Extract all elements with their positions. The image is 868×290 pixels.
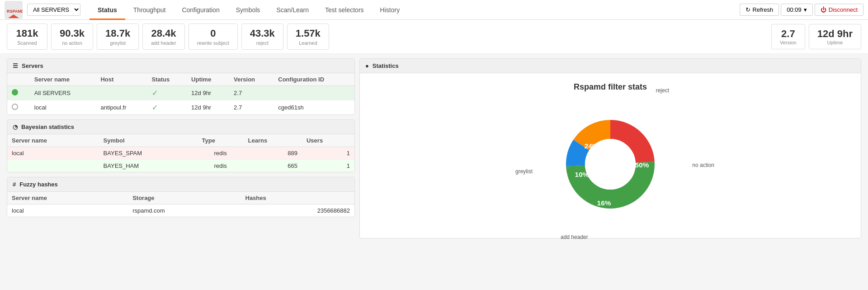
- stat-greylist: 18.7k greylist: [97, 24, 139, 50]
- svg-text:24%: 24%: [585, 142, 599, 150]
- servers-panel: ☰ Servers Server name Host Status Uptime…: [7, 58, 355, 115]
- col-learns: Learns: [244, 134, 302, 147]
- stat-no-action: 90.3k no action: [51, 24, 93, 50]
- col-uptime: Uptime: [187, 73, 229, 86]
- stat-rewrite-subject: 0 rewrite subject: [189, 24, 238, 50]
- chevron-down-icon: ▾: [804, 6, 807, 13]
- list-icon: ☰: [13, 62, 18, 69]
- no-action-label: no action: [692, 162, 714, 168]
- col-status: Status: [147, 73, 187, 86]
- table-row: local rspamd.com 2356686882: [7, 204, 354, 217]
- hash-icon: #: [13, 181, 16, 188]
- stat-add-header: 28.4k add header: [142, 24, 185, 50]
- status-ok-icon: ✓: [152, 104, 158, 111]
- version-card: 2.7 Version: [771, 24, 805, 49]
- tab-configuration[interactable]: Configuration: [174, 0, 227, 20]
- col-type: Type: [198, 134, 244, 147]
- svg-text:50%: 50%: [635, 161, 649, 169]
- col-storage: Storage: [128, 192, 241, 204]
- col-hashes: Hashes: [241, 192, 355, 204]
- version-uptime: 2.7 Version 12d 9hr Uptime: [771, 24, 861, 49]
- table-row[interactable]: local antipoul.fr ✓ 12d 9hr 2.7 cged61sh: [7, 100, 354, 115]
- fuzzy-table: Server name Storage Hashes local rspamd.…: [7, 192, 354, 217]
- radio-all-servers[interactable]: [12, 89, 18, 95]
- reject-label: reject: [656, 87, 669, 94]
- col-server-name: Server name: [30, 73, 96, 86]
- left-panel: ☰ Servers Server name Host Status Uptime…: [7, 58, 355, 238]
- logo: RSPAMD: [5, 1, 23, 19]
- uptime-card: 12d 9hr Uptime: [809, 24, 861, 49]
- table-row: local BAYES_SPAM redis 889 1: [7, 147, 354, 160]
- table-row: BAYES_HAM redis 665 1: [7, 160, 354, 172]
- stats-bar: 181k Scanned 90.3k no action 18.7k greyl…: [0, 20, 868, 54]
- pie-wrapper: reject no action greylist add header: [547, 101, 674, 229]
- refresh-button[interactable]: ↻ Refresh: [740, 4, 779, 16]
- servers-panel-header: ☰ Servers: [7, 59, 354, 73]
- col-config-id: Configuration ID: [274, 73, 354, 86]
- timer-display[interactable]: 00:09 ▾: [781, 4, 813, 16]
- server-select[interactable]: All SERVERS local: [27, 4, 80, 16]
- tab-scan-learn[interactable]: Scan/Learn: [268, 0, 317, 20]
- svg-text:RSPAMD: RSPAMD: [7, 9, 23, 14]
- svg-text:10%: 10%: [575, 171, 589, 178]
- radio-local[interactable]: [12, 104, 18, 110]
- add-header-label: add header: [561, 234, 588, 240]
- tab-throughput[interactable]: Throughput: [125, 0, 174, 20]
- statistics-panel-header: ● Statistics: [360, 59, 861, 73]
- tab-symbols[interactable]: Symbols: [228, 0, 269, 20]
- col-server-name: Server name: [7, 192, 128, 204]
- bayesian-panel: ◔ Bayesian statistics Server name Symbol…: [7, 119, 355, 172]
- table-row[interactable]: All SERVERS ✓ 12d 9hr 2.7: [7, 86, 354, 100]
- status-ok-icon: ✓: [152, 89, 158, 97]
- stat-reject: 43.3k reject: [241, 24, 283, 50]
- chart-container: Rspamd filter stats reject no action gre…: [360, 73, 861, 238]
- bayesian-panel-header: ◔ Bayesian statistics: [7, 120, 354, 134]
- tab-status[interactable]: Status: [90, 0, 125, 20]
- tab-test-selectors[interactable]: Test selectors: [317, 0, 372, 20]
- col-header: [7, 73, 30, 86]
- right-panel: ● Statistics Rspamd filter stats reject …: [359, 58, 861, 238]
- svg-text:16%: 16%: [597, 199, 611, 207]
- col-users: Users: [302, 134, 354, 147]
- top-nav: RSPAMD All SERVERS local Status Throughp…: [0, 0, 868, 20]
- greylist-label: greylist: [515, 168, 533, 175]
- nav-right: ↻ Refresh 00:09 ▾ ⏻ Disconnect: [740, 4, 863, 16]
- col-host: Host: [96, 73, 147, 86]
- statistics-panel: ● Statistics Rspamd filter stats reject …: [359, 58, 861, 238]
- col-symbol: Symbol: [99, 134, 198, 147]
- chart-title: Rspamd filter stats: [574, 82, 647, 92]
- disconnect-button[interactable]: ⏻ Disconnect: [815, 4, 863, 16]
- col-version: Version: [229, 73, 274, 86]
- pie-chart-area: reject no action greylist add header: [547, 101, 674, 229]
- col-server-name: Server name: [7, 134, 99, 147]
- servers-table: Server name Host Status Uptime Version C…: [7, 73, 354, 114]
- globe-icon: ●: [365, 62, 369, 69]
- stat-scanned: 181k Scanned: [7, 24, 47, 50]
- stat-learned: 1.57k Learned: [287, 24, 329, 50]
- tab-history[interactable]: History: [372, 0, 408, 20]
- pie-chart: 24% 50% 10% 16%: [547, 101, 674, 228]
- bayesian-icon: ◔: [13, 124, 18, 130]
- bayesian-table: Server name Symbol Type Learns Users loc…: [7, 134, 354, 172]
- fuzzy-panel-header: # Fuzzy hashes: [7, 177, 354, 192]
- power-icon: ⏻: [821, 6, 826, 13]
- nav-tabs: Status Throughput Configuration Symbols …: [90, 0, 740, 20]
- fuzzy-panel: # Fuzzy hashes Server name Storage Hashe…: [7, 177, 355, 217]
- main-content: ☰ Servers Server name Host Status Uptime…: [0, 54, 868, 243]
- refresh-icon: ↻: [745, 6, 750, 13]
